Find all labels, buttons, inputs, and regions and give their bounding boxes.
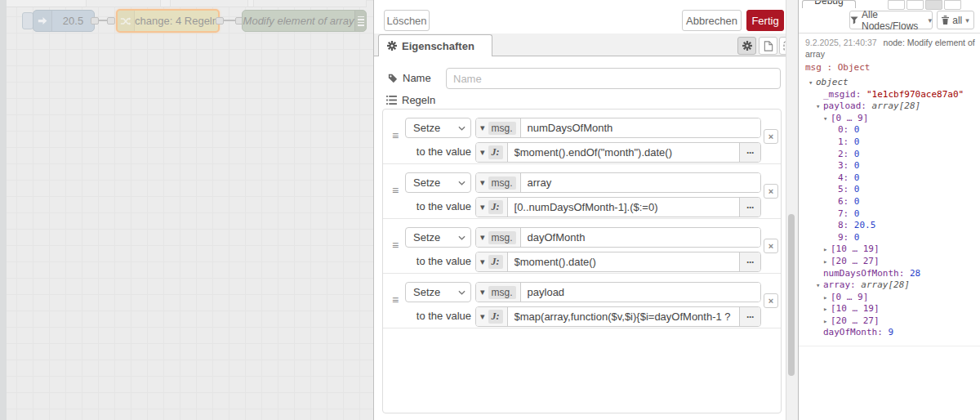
debug-message: 9.2.2025, 21:40:37node: Modify element o… (799, 34, 980, 346)
tree-key: [20 … 27] (831, 256, 880, 266)
flow-canvas[interactable]: 20.5 change: 4 Regeln Modify element of … (0, 0, 373, 420)
rule-action-select[interactable]: Setze (405, 172, 471, 193)
caret-closed-icon[interactable]: ▸ (823, 244, 831, 256)
rule-value-typedinput: ▾J: ··· (475, 252, 761, 272)
sidebar-toolbar-button[interactable] (925, 0, 942, 10)
expand-expression-button[interactable]: ··· (739, 198, 760, 217)
debug-tree-row: 3: 0 (805, 160, 977, 172)
debug-clear-button[interactable]: all ▾ (937, 11, 974, 29)
typedinput-type-button[interactable]: ▾J: (476, 307, 508, 326)
tree-value: 20.5 (849, 220, 875, 230)
delete-rule-button[interactable]: × (764, 184, 778, 199)
caret-open-icon[interactable]: ▾ (816, 279, 823, 292)
gear-icon (387, 41, 397, 51)
trash-icon (942, 16, 949, 25)
tree-value: 28 (904, 268, 920, 279)
caret-closed-icon[interactable]: ▸ (823, 303, 831, 315)
expand-expression-button[interactable]: ··· (739, 307, 760, 326)
rule-action-select[interactable]: Setze (405, 227, 471, 248)
rule-target-input[interactable] (521, 173, 760, 192)
caret-open-icon[interactable]: ▾ (816, 101, 823, 113)
tab-debug[interactable]: Debug (802, 0, 856, 8)
drag-handle-icon[interactable]: ≡ (392, 239, 399, 252)
tree-key: 2: (838, 149, 849, 159)
tree-value: "1e1cbf970ace87a0" (861, 89, 964, 100)
typedinput-type-button[interactable]: ▾J: (476, 143, 508, 162)
delete-rule-button[interactable]: × (764, 129, 778, 144)
tree-key: [0 … 9] (831, 292, 868, 302)
drag-handle-icon[interactable]: ≡ (392, 129, 399, 142)
done-button[interactable]: Fertig (746, 10, 784, 31)
chevron-down-icon: ▾ (480, 287, 485, 297)
rule-value-input[interactable] (508, 198, 739, 217)
sidebar-toolbar-button[interactable] (944, 0, 961, 10)
rule-target-typedinput: ▾msg. (475, 118, 761, 138)
properties-tab-button[interactable] (737, 37, 756, 55)
delete-rule-button[interactable]: × (764, 293, 778, 308)
rule-action-select[interactable]: Setze (405, 282, 471, 302)
rule-target-input[interactable] (521, 118, 760, 137)
expand-expression-button[interactable]: ··· (739, 143, 760, 162)
funnel-icon (850, 16, 858, 25)
description-tab-button[interactable] (759, 37, 777, 55)
tab-properties-label: Eigenschaften (402, 40, 474, 52)
delete-rule-button[interactable]: × (764, 239, 778, 253)
drag-handle-icon[interactable]: ≡ (392, 184, 399, 197)
dialog-scrollbar-thumb[interactable] (788, 214, 795, 376)
caret-open-icon[interactable]: ▾ (823, 113, 831, 125)
rule-value-input[interactable] (508, 252, 739, 271)
debug-tree-row[interactable]: ▾object (805, 77, 977, 89)
rule-target-input[interactable] (521, 283, 760, 302)
caret-closed-icon[interactable]: ▸ (823, 292, 831, 304)
chevron-down-icon: ▾ (480, 311, 485, 322)
chevron-down-icon: ▾ (480, 257, 485, 267)
debug-tree-row[interactable]: ▸[20 … 27] (805, 315, 977, 328)
workspace-dim-overlay (0, 0, 373, 420)
expand-expression-button[interactable]: ··· (739, 252, 760, 271)
debug-tree-row[interactable]: ▾array: array[28] (805, 279, 977, 292)
chevron-down-icon: ▾ (480, 177, 485, 188)
rule-value-input[interactable] (508, 307, 739, 326)
drag-handle-icon[interactable]: ≡ (392, 293, 399, 306)
debug-tree-row: 7: 0 (805, 208, 977, 221)
chevron-down-icon (458, 290, 466, 295)
rule-value-typedinput: ▾J: ··· (475, 306, 761, 327)
debug-tree-row: 9: 0 (805, 232, 977, 244)
delete-button[interactable]: Löschen (384, 10, 430, 31)
chevron-down-icon: ▾ (965, 16, 969, 25)
rule-target-input[interactable] (521, 228, 760, 247)
tree-value: 0 (849, 149, 859, 159)
tab-properties[interactable]: Eigenschaften (378, 34, 492, 56)
name-input[interactable] (446, 68, 781, 89)
tree-value: 0 (849, 232, 859, 243)
rule-action-select[interactable]: Setze (405, 118, 471, 138)
rule-value-input[interactable] (508, 143, 739, 162)
caret-closed-icon[interactable]: ▸ (823, 256, 831, 268)
debug-sidebar: Debug Alle Nodes/Flows ▾ all ▾ 9.2.2025,… (798, 0, 980, 420)
tree-value: 0 (849, 160, 859, 171)
typedinput-type-button[interactable]: ▾msg. (476, 118, 521, 137)
edit-node-dialog: Löschen Abbrechen Fertig Eigenschaften N… (373, 0, 786, 420)
to-value-label: to the value (399, 200, 471, 212)
typedinput-type-button[interactable]: ▾msg. (476, 173, 521, 192)
debug-tree-row: dayOfMonth: 9 (805, 327, 977, 339)
caret-closed-icon[interactable]: ▸ (823, 315, 831, 328)
cancel-button[interactable]: Abbrechen (682, 10, 742, 31)
debug-tree-row[interactable]: ▸[10 … 19] (805, 303, 977, 315)
document-icon (764, 41, 773, 51)
debug-tree-row[interactable]: ▸[20 … 27] (805, 256, 977, 268)
debug-tree-row[interactable]: ▸[0 … 9] (805, 292, 977, 304)
tree-key: dayOfMonth: (823, 327, 883, 337)
to-value-label: to the value (399, 255, 471, 267)
typedinput-type-button[interactable]: ▾J: (476, 252, 508, 271)
debug-tree-row[interactable]: ▾[0 … 9] (805, 113, 977, 125)
chevron-down-icon (458, 235, 466, 240)
typedinput-type-button[interactable]: ▾msg. (476, 228, 521, 247)
debug-filter-button[interactable]: Alle Nodes/Flows ▾ (849, 11, 933, 29)
debug-tree-row[interactable]: ▾payload: array[28] (805, 101, 977, 113)
typedinput-type-button[interactable]: ▾msg. (476, 283, 521, 302)
typedinput-type-button[interactable]: ▾J: (476, 198, 508, 217)
rule-row: ≡ Setze ▾msg. to the value ▾J: ··· × (383, 274, 781, 328)
debug-tree-row[interactable]: ▸[10 … 19] (805, 244, 977, 256)
caret-open-icon[interactable]: ▾ (808, 77, 816, 89)
